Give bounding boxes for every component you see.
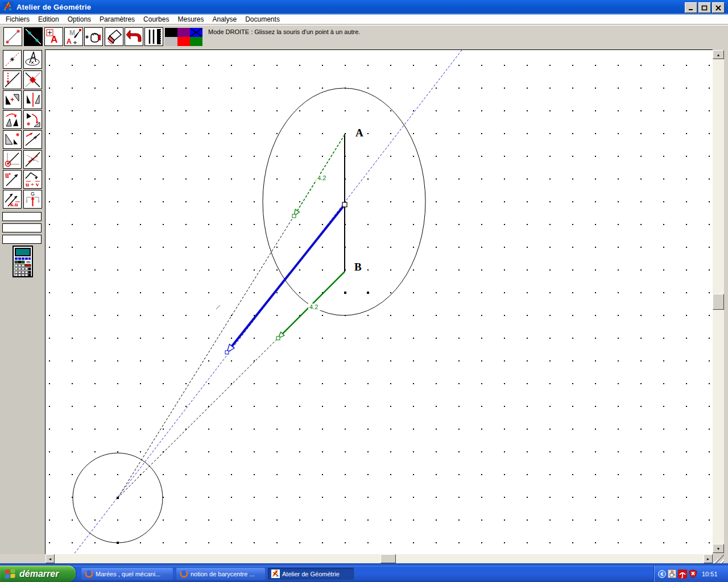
java-icon[interactable] [668,569,676,578]
svg-text:M: M [69,29,75,37]
close-button[interactable] [712,2,725,13]
tool-sidebar: u u + v k.u G [0,49,45,554]
taskbar-task-marees[interactable]: Marées , quel mécani... [81,567,173,580]
geometry-figure: AB4.24.2 [46,50,713,554]
desktop: Atelier de Géométrie Fichiers Edition Op… [0,0,728,582]
tray-clock: 10:51 [702,571,718,577]
menu-parametres[interactable]: Paramètres [100,15,135,23]
dashed-segment-icon[interactable] [3,50,22,69]
vertical-scroll-thumb[interactable] [713,294,724,310]
scroll-up-button[interactable]: ▲ [713,50,724,59]
firefox-icon [180,569,188,578]
system-tray: 10:51 [653,566,728,582]
security-shield-icon[interactable] [689,569,697,578]
taskbar: démarrer Marées , quel mécani... notion … [0,566,728,582]
menu-mesures[interactable]: Mesures [177,15,204,23]
rotation-angle-icon[interactable] [23,110,42,129]
svg-text:k.u: k.u [10,201,18,207]
svg-text:A: A [67,38,72,45]
point-symmetry-icon[interactable] [3,90,22,109]
line-intersection-icon[interactable] [23,150,42,169]
dashed-halfline-icon[interactable] [3,70,22,89]
svg-text:A: A [51,34,57,45]
mode-status-text: Mode DROITE : Glissez la souris d'un poi… [208,28,360,35]
scroll-down-button[interactable]: ▼ [713,544,724,553]
windows-flag-icon [3,567,17,581]
compass-conic-icon[interactable] [23,50,42,69]
window-right-margin [724,49,728,563]
horizontal-scroll-thumb[interactable] [380,554,396,563]
menu-documents[interactable]: Documents [245,15,280,23]
svg-text:4.2: 4.2 [309,304,318,310]
menu-courbes[interactable]: Courbes [143,15,169,23]
color-palette [165,28,202,46]
homothety-icon[interactable] [3,130,22,149]
task-label: notion de barycentre ... [191,571,255,577]
barycenter-icon[interactable]: G [23,190,42,209]
palette-color-5[interactable] [177,37,190,46]
svg-text:G: G [31,191,35,197]
scroll-right-button[interactable]: ► [704,554,713,563]
label-a-icon[interactable]: A [44,27,63,46]
display-box-2 [2,223,42,232]
line-tool-selected-icon[interactable] [24,27,43,46]
palette-color-4[interactable] [165,37,177,46]
parallel-lines-icon[interactable] [144,27,163,46]
geometry-app-icon [271,569,280,578]
rename-label-icon[interactable]: M A [64,27,83,46]
menu-analyse[interactable]: Analyse [212,15,237,23]
segment-two-points-icon[interactable] [3,27,22,46]
calculator-icon[interactable] [13,246,33,277]
taskbar-task-atelier[interactable]: Atelier de Géométrie [267,567,354,580]
axial-symmetry-icon[interactable] [23,90,42,109]
firefox-icon [85,569,93,578]
menu-fichiers[interactable]: Fichiers [6,15,30,23]
grab-point-icon[interactable] [84,27,103,46]
vertical-scrollbar[interactable]: ▲ ▼ [713,50,724,553]
avira-antivirus-icon[interactable] [678,569,687,579]
palette-color-1[interactable] [165,28,177,37]
horizontal-scrollbar[interactable]: ◄ ► [46,554,713,563]
drawing-canvas[interactable]: AB4.24.2 [45,49,713,554]
start-label: démarrer [19,569,59,579]
svg-text:B: B [354,261,362,273]
svg-text:4.2: 4.2 [317,174,326,181]
palette-color-6[interactable] [190,37,202,46]
angle-mark-icon[interactable] [3,150,22,169]
palette-color-3[interactable] [190,28,202,37]
window-title: Atelier de Géométrie [16,3,91,11]
svg-text:u: u [5,172,9,180]
rotation-icon[interactable] [3,110,22,129]
menu-options[interactable]: Options [68,15,91,23]
x-cross-icon [190,28,202,37]
palette-color-2[interactable] [177,28,190,37]
maximize-button[interactable] [698,2,711,13]
toolbar: A M A Mode DROITE : Glissez la so [0,25,728,50]
display-box-3 [2,235,42,244]
taskbar-task-barycentre[interactable]: notion de barycentre ... [176,567,266,580]
eraser-icon[interactable] [105,27,123,46]
vector-sum-icon[interactable]: u + v [23,170,42,189]
resize-grip[interactable] [713,554,724,563]
vector-icon[interactable]: u [3,170,22,189]
svg-text:u + v: u + v [26,181,39,188]
svg-text:A: A [355,127,363,139]
collapse-chevron-icon[interactable] [658,570,666,578]
translation-icon[interactable] [23,130,42,149]
scroll-left-button[interactable]: ◄ [46,554,55,563]
task-label: Marées , quel mécani... [96,571,160,577]
title-bar: Atelier de Géométrie [0,0,728,14]
start-button[interactable]: démarrer [0,566,76,582]
menu-bar: Fichiers Edition Options Paramètres Cour… [0,15,728,24]
perpendicular-icon[interactable] [23,70,42,89]
undo-arrow-icon[interactable] [125,27,143,46]
geometry-compass-icon [3,2,13,12]
task-label: Atelier de Géométrie [282,571,340,577]
minimize-button[interactable] [685,2,697,13]
vector-scalar-icon[interactable]: k.u [3,190,22,209]
display-box-1 [2,212,42,221]
menu-edition[interactable]: Edition [38,15,59,23]
